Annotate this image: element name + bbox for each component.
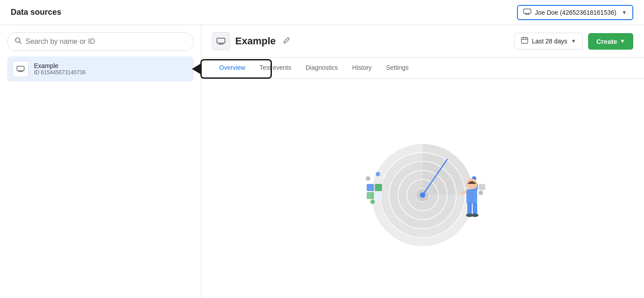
tab-history[interactable]: History (345, 58, 379, 79)
arrow-annotation (200, 59, 272, 79)
svg-point-46 (479, 191, 483, 195)
detail-title: Example (235, 35, 276, 47)
detail-source-icon (212, 32, 230, 50)
svg-rect-38 (367, 192, 374, 199)
svg-point-52 (471, 213, 479, 217)
page-title: Data sources (11, 8, 61, 17)
svg-rect-10 (217, 38, 225, 43)
svg-rect-37 (375, 184, 382, 191)
source-item-info: Example ID 615445673140736 (34, 62, 85, 76)
source-list-item[interactable]: Example ID 615445673140736 (7, 56, 194, 81)
svg-rect-36 (367, 184, 374, 191)
svg-rect-14 (521, 38, 528, 43)
account-label: Joe Doe (426523618161536) (535, 9, 618, 16)
svg-rect-49 (467, 203, 472, 215)
tab-settings[interactable]: Settings (379, 58, 416, 79)
search-box[interactable] (7, 32, 194, 51)
source-item-name: Example (34, 62, 85, 69)
detail-header-left: Example (212, 32, 290, 50)
detail-header: Example (201, 25, 644, 58)
create-button[interactable]: Create ▼ (588, 33, 633, 50)
svg-rect-6 (17, 66, 24, 71)
left-panel: Example ID 615445673140736 (0, 25, 201, 298)
svg-rect-50 (473, 203, 477, 215)
svg-point-42 (370, 200, 375, 204)
edit-icon[interactable] (283, 37, 290, 46)
search-icon (15, 37, 22, 46)
svg-rect-39 (375, 192, 382, 199)
annotation-box (200, 59, 272, 79)
monitor-icon (523, 9, 531, 17)
svg-point-41 (376, 172, 380, 176)
search-input[interactable] (25, 38, 186, 46)
source-item-id: ID 615445673140736 (34, 69, 85, 76)
top-header: Data sources Joe Doe (426523618161536) ▼ (0, 0, 644, 25)
svg-rect-0 (524, 9, 531, 13)
detail-header-right: Last 28 days ▼ Create ▼ (514, 33, 633, 50)
source-item-icon (13, 61, 29, 77)
svg-line-5 (20, 42, 21, 44)
main-layout: Example ID 615445673140736 (0, 25, 644, 298)
create-button-chevron-icon: ▼ (620, 38, 625, 44)
account-selector[interactable]: Joe Doe (426523618161536) ▼ (517, 5, 633, 20)
create-button-label: Create (596, 38, 617, 45)
tab-diagnostics[interactable]: Diagnostics (298, 58, 345, 79)
content-area (201, 79, 644, 298)
date-range-selector[interactable]: Last 28 days ▼ (514, 33, 583, 50)
svg-point-35 (420, 192, 425, 198)
svg-rect-48 (466, 189, 477, 204)
date-chevron-icon: ▼ (571, 38, 576, 44)
calendar-icon (521, 37, 528, 46)
chevron-down-icon: ▼ (622, 9, 627, 16)
overview-illustration (333, 126, 512, 251)
svg-rect-44 (479, 184, 485, 190)
svg-point-40 (366, 176, 370, 181)
date-range-label: Last 28 days (532, 38, 567, 45)
